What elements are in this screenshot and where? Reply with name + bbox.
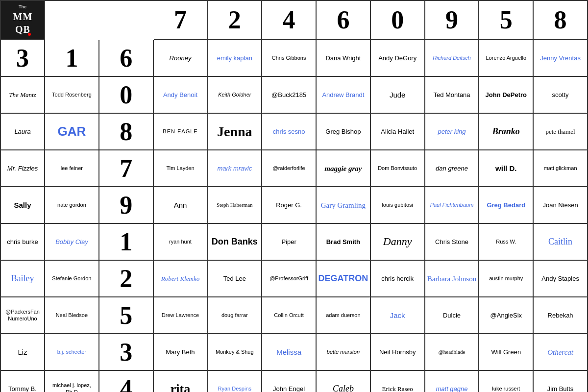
cell-text-r1-c3: Andrew Brandt (322, 91, 364, 99)
cell-r8-c1: Monkey & Shug (208, 334, 262, 371)
cell-text-r5-c4: Danny (383, 235, 412, 248)
cell-r3-c4: Dom Bonvissuto (371, 150, 425, 187)
cell-text-r6-c7: Andy Staples (541, 275, 579, 283)
cell-text-r8-c0: Mary Beth (166, 348, 195, 356)
cell-r8-c8: Tommy B. (1, 371, 45, 392)
cell-r5-c6: Russ W. (479, 224, 534, 261)
cell-text-r7-c1: doug farrar (221, 312, 248, 318)
cell-r7-c3: adam duerson (317, 297, 371, 334)
cell-text-r8-c4: Neil Hornsby (379, 348, 416, 356)
cell-r6-c5: Barbara Johnson (425, 261, 480, 297)
cell-r6-c4: chris hercik (371, 261, 425, 297)
cell-r2-c4: Alicia Hallet (371, 114, 425, 150)
cell-r0-c9: Todd Rosenberg (45, 77, 99, 114)
cell-r2-c3: Greg Bishop (317, 114, 371, 150)
cell-text-r8-c8: Tommy B. (8, 385, 37, 392)
cell-text-r9-c6: luke russert (492, 386, 520, 392)
cell-text-r0-c3: Dana Wright (325, 54, 361, 62)
cell-text-r7-c6: @AngieSix (490, 312, 522, 319)
cell-r6-c8: @PackersFan NumeroUno (1, 297, 45, 334)
cell-text-r5-c1: Don Banks (212, 237, 258, 247)
header-num-6: 5 (479, 1, 534, 40)
cell-r8-c2: Melissa (262, 334, 317, 371)
header-num-7: 8 (534, 1, 588, 40)
cell-text-r0-c1: emily kaplan (217, 54, 252, 62)
cell-r6-c2: @ProfessorGriff (262, 261, 317, 297)
cell-text-r3-c5: dan greene (436, 165, 468, 172)
cell-text-r4-c0: Ann (174, 201, 187, 210)
cell-r1-c4: Jude (371, 77, 425, 114)
cell-text-r3-c3: maggie gray (324, 164, 362, 173)
cell-r9-c0: rita (154, 371, 208, 392)
cell-r1-c7: scotty (534, 77, 588, 114)
cell-text-r5-c7: Caitlin (548, 237, 572, 247)
cell-text-r5-c8: Bailey (11, 273, 34, 284)
cell-r0-c1: emily kaplan (208, 40, 262, 77)
cell-text-r7-c2: Collin Orcutt (274, 312, 304, 318)
cell-text-r9-c4: Erick Raseo (382, 385, 413, 392)
cell-r5-c5: Chris Stone (425, 224, 480, 261)
cell-r2-c5: peter king (425, 114, 480, 150)
cell-text-r1-c2: @Buck2185 (271, 91, 306, 99)
cell-r0-c7: Jenny Vrentas (534, 40, 588, 77)
cell-r0-c0: Rooney (154, 40, 208, 77)
cell-r2-c0: BEN EAGLE (154, 114, 208, 150)
header-num-3: 6 (317, 1, 371, 40)
cell-text-r2-c1: Jenna (217, 123, 252, 140)
header-num-4: 0 (371, 1, 425, 40)
cell-text-r0-c0: Rooney (170, 54, 192, 62)
cell-r6-c0: Robert Klemko (154, 261, 208, 297)
main-grid: The M M Q B 72460958316Rooneyemily kapla… (0, 0, 588, 392)
cell-text-r7-c5: Dulcie (443, 312, 461, 319)
cell-r0-c5: Richard Deitsch (425, 40, 480, 77)
cell-text-r6-c6: austin murphy (489, 275, 523, 282)
cell-text-r2-c5: peter king (438, 128, 466, 136)
row-num-8: 3 (99, 334, 154, 371)
cell-text-r4-c1: Steph Haberman (217, 202, 253, 208)
cell-text-r5-c5: Chris Stone (435, 238, 468, 246)
cell-r7-c6: @AngieSix (479, 297, 534, 334)
cell-text-r8-c1: Monkey & Shug (216, 349, 254, 355)
cell-text-r5-c6: Russ W. (496, 239, 516, 245)
cell-text-r9-c2: John Engel (273, 385, 305, 392)
cell-r5-c2: Piper (262, 224, 317, 261)
cell-r7-c4: Jack (371, 297, 425, 334)
cell-text-r5-c9: Stefanie Gordon (52, 275, 91, 282)
cell-r8-c9: michael j. lopez, Ph.D (45, 371, 99, 392)
cell-text-r7-c7: Rebekah (548, 312, 573, 319)
cell-text-r3-c4: Dom Bonvissuto (378, 165, 417, 172)
cell-r6-c6: austin murphy (479, 261, 534, 297)
cell-text-r6-c4: chris hercik (381, 275, 414, 283)
cell-text-r9-c3: Caleb (333, 384, 354, 392)
header-num-2: 4 (262, 1, 317, 40)
cell-r2-c8: Mr. Fizzles (1, 150, 45, 187)
cell-text-r8-c9: michael j. lopez, Ph.D (47, 382, 97, 392)
cell-text-r3-c7: matt glickman (544, 165, 577, 172)
cell-r4-c2: Roger G. (262, 187, 317, 224)
cell-text-r2-c6: Branko (492, 126, 520, 137)
cell-text-r4-c5: Paul Fichtenbaum (430, 202, 474, 208)
header-num-8: 3 (1, 40, 45, 77)
cell-r5-c0: ryan hunt (154, 224, 208, 261)
cell-r4-c8: chris burke (1, 224, 45, 261)
header-num-0: 7 (154, 1, 208, 40)
cell-text-r8-c3: bette marston (327, 349, 360, 355)
cell-r1-c6: John DePetro (479, 77, 534, 114)
cell-r7-c7: Rebekah (534, 297, 588, 334)
cell-text-r4-c2: Roger G. (276, 201, 302, 209)
cell-text-r9-c7: Jim Butts (547, 385, 573, 392)
cell-r6-c7: Andy Staples (534, 261, 588, 297)
cell-r7-c2: Collin Orcutt (262, 297, 317, 334)
cell-text-r2-c7: pete thamel (545, 128, 575, 136)
cell-text-r1-c0: Andy Benoit (163, 91, 197, 99)
cell-r4-c1: Steph Haberman (208, 187, 262, 224)
cell-text-r1-c9: GAR (58, 124, 86, 139)
cell-text-r5-c2: Piper (281, 238, 296, 246)
cell-r5-c7: Caitlin (534, 224, 588, 261)
cell-r8-c7: Othercat (534, 334, 588, 371)
cell-r3-c2: @raiderforlife (262, 150, 317, 187)
cell-text-r8-c5: @headblade (439, 349, 466, 355)
row-num-5: 1 (99, 224, 154, 261)
cell-r9-c5: matt gagne (425, 371, 480, 392)
cell-r3-c3: maggie gray (317, 150, 371, 187)
